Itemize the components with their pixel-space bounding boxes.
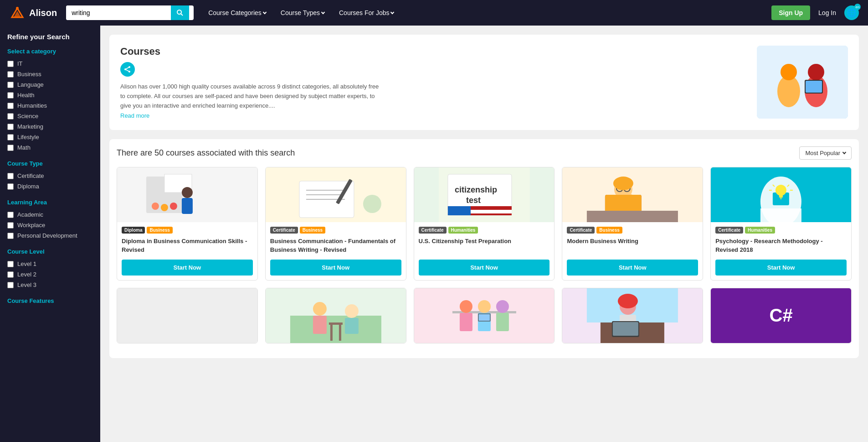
- nav-courses-for-jobs[interactable]: Courses For Jobs: [334, 5, 399, 20]
- sidebar-item-personal-development[interactable]: Personal Development: [7, 230, 93, 241]
- svg-rect-77: [496, 313, 508, 331]
- sidebar-course-type-section: Course Type: [7, 160, 93, 167]
- sidebar-checkbox-it[interactable]: [7, 61, 14, 67]
- sidebar-item-it[interactable]: IT: [7, 58, 93, 69]
- tag-certificate-4: Certificate: [567, 227, 595, 234]
- sidebar-checkbox-lifestyle[interactable]: [7, 134, 14, 140]
- sidebar-item-language[interactable]: Language: [7, 79, 93, 90]
- svg-point-76: [496, 300, 508, 313]
- nav-course-types[interactable]: Course Types: [275, 5, 330, 20]
- sidebar-label-language: Language: [17, 81, 44, 88]
- course-row-2: C#: [117, 288, 852, 343]
- course-card-4: Certificate Business Modern Business Wri…: [562, 167, 703, 280]
- sidebar-item-workplace[interactable]: Workplace: [7, 220, 93, 230]
- tag-business-2: Business: [300, 227, 325, 234]
- sidebar-checkbox-business[interactable]: [7, 71, 14, 78]
- sidebar-item-level2[interactable]: Level 2: [7, 269, 93, 280]
- chevron-down-icon: [321, 10, 325, 14]
- svg-point-12: [781, 64, 797, 80]
- course-thumb-7: [266, 288, 406, 343]
- sidebar-checkbox-personal-development[interactable]: [7, 233, 14, 239]
- search-button[interactable]: [171, 5, 189, 20]
- search-input[interactable]: [66, 5, 171, 20]
- sidebar-item-marketing[interactable]: Marketing: [7, 121, 93, 132]
- sidebar-checkbox-level2[interactable]: [7, 271, 14, 278]
- sidebar-item-business[interactable]: Business: [7, 69, 93, 79]
- sidebar-checkbox-level1[interactable]: [7, 261, 14, 267]
- sidebar-label-certificate: Certificate: [17, 172, 44, 179]
- sidebar-item-level3[interactable]: Level 3: [7, 280, 93, 290]
- course-card-10: C#: [710, 288, 852, 343]
- search-bar: [66, 5, 194, 20]
- sidebar-item-science[interactable]: Science: [7, 111, 93, 121]
- sidebar-item-humanities[interactable]: Humanities: [7, 100, 93, 111]
- sidebar-checkbox-level3[interactable]: [7, 282, 14, 288]
- tag-business: Business: [147, 227, 172, 234]
- course-tags-4: Certificate Business: [567, 227, 698, 234]
- sidebar-label-science: Science: [17, 113, 38, 120]
- sidebar-item-health[interactable]: Health: [7, 90, 93, 100]
- svg-rect-68: [330, 325, 333, 341]
- sidebar-checkbox-health[interactable]: [7, 92, 14, 99]
- course-card-7: [265, 288, 406, 343]
- course-thumb-3: citizenship test: [414, 167, 555, 222]
- sidebar-course-features-section: Course Features: [7, 297, 93, 304]
- sidebar-item-lifestyle[interactable]: Lifestyle: [7, 132, 93, 142]
- sidebar-label-personal-development: Personal Development: [17, 232, 77, 239]
- nav-course-categories[interactable]: Course Categories: [203, 5, 272, 20]
- tag-humanities-3: Humanities: [448, 227, 478, 234]
- course-thumb-8: [414, 288, 555, 343]
- svg-rect-87: [613, 322, 638, 336]
- alison-logo-icon: [9, 5, 26, 21]
- sidebar-item-level1[interactable]: Level 1: [7, 259, 93, 269]
- banner-left: Courses Alison has over 1,000 high quali…: [120, 46, 748, 119]
- course-title-2: Business Communication - Fundamentals of…: [270, 237, 401, 254]
- sidebar-checkbox-diploma[interactable]: [7, 183, 14, 190]
- login-button[interactable]: Log In: [815, 5, 840, 20]
- language-code: en: [854, 4, 861, 10]
- main-content: Courses Alison has over 1,000 high quali…: [100, 26, 868, 442]
- sidebar-item-diploma[interactable]: Diploma: [7, 181, 93, 192]
- start-button-5[interactable]: Start Now: [715, 260, 847, 276]
- sidebar-checkbox-workplace[interactable]: [7, 222, 14, 229]
- start-button-3[interactable]: Start Now: [419, 260, 550, 276]
- svg-text:citizenship: citizenship: [454, 185, 497, 194]
- sort-dropdown[interactable]: Most Popular: [799, 146, 852, 160]
- start-button-1[interactable]: Start Now: [122, 260, 253, 276]
- svg-point-31: [363, 195, 381, 213]
- course-thumb-9: [562, 288, 703, 343]
- read-more-link[interactable]: Read more: [120, 112, 748, 119]
- svg-rect-73: [459, 313, 472, 331]
- sidebar-item-certificate[interactable]: Certificate: [7, 171, 93, 181]
- course-card-9: [562, 288, 703, 343]
- course-card-8: [414, 288, 555, 343]
- sidebar-checkbox-math[interactable]: [7, 145, 14, 151]
- course-tags-5: Certificate Humanities: [715, 227, 847, 234]
- course-thumb-6: [117, 288, 257, 343]
- svg-rect-52: [760, 208, 801, 222]
- tag-diploma: Diploma: [122, 227, 145, 234]
- sidebar-label-level3: Level 3: [17, 281, 36, 288]
- sidebar-learning-area-section: Learning Area: [7, 199, 93, 206]
- sidebar-label-health: Health: [17, 92, 35, 99]
- svg-point-72: [459, 300, 472, 313]
- banner-title: Courses: [120, 46, 748, 57]
- course-card-2: Certificate Business Business Communicat…: [265, 167, 406, 280]
- sidebar-checkbox-certificate[interactable]: [7, 173, 14, 179]
- sidebar-checkbox-marketing[interactable]: [7, 124, 14, 130]
- signup-button[interactable]: Sign Up: [771, 5, 810, 20]
- svg-rect-66: [345, 318, 359, 334]
- sidebar-checkbox-language[interactable]: [7, 82, 14, 88]
- logo[interactable]: Alison: [9, 5, 57, 21]
- sidebar-checkbox-academic[interactable]: [7, 212, 14, 218]
- svg-rect-67: [329, 322, 343, 325]
- sidebar-item-academic[interactable]: Academic: [7, 209, 93, 220]
- sidebar-checkbox-humanities[interactable]: [7, 103, 14, 109]
- language-button[interactable]: 🌐 en: [844, 5, 859, 20]
- sidebar-checkbox-science[interactable]: [7, 113, 14, 120]
- sidebar-item-math[interactable]: Math: [7, 142, 93, 153]
- start-button-2[interactable]: Start Now: [270, 260, 401, 276]
- share-button[interactable]: [120, 62, 135, 77]
- course-body-2: Certificate Business Business Communicat…: [266, 222, 406, 280]
- start-button-4[interactable]: Start Now: [567, 260, 698, 276]
